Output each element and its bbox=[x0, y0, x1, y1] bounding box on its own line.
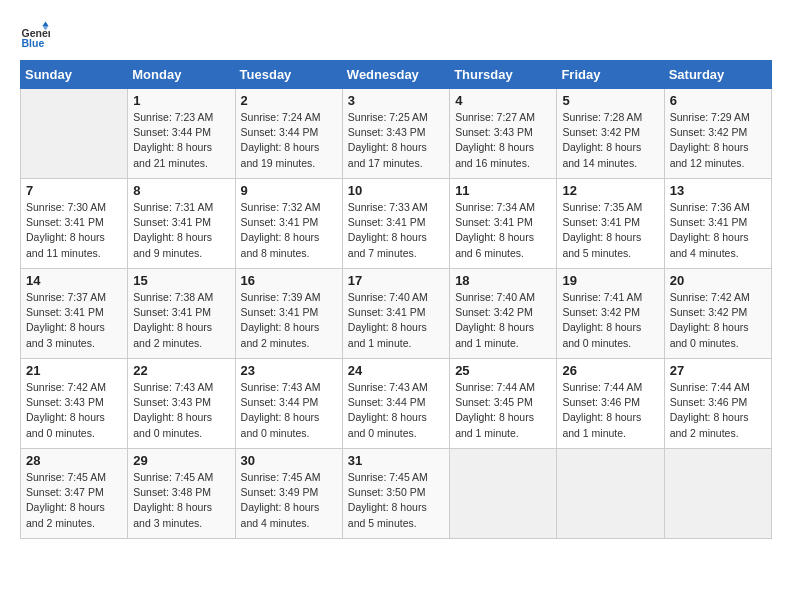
day-info: Sunrise: 7:44 AMSunset: 3:46 PMDaylight:… bbox=[562, 380, 658, 441]
calendar-day-cell: 6Sunrise: 7:29 AMSunset: 3:42 PMDaylight… bbox=[664, 89, 771, 179]
day-number: 12 bbox=[562, 183, 658, 198]
weekday-header: Friday bbox=[557, 61, 664, 89]
day-info: Sunrise: 7:42 AMSunset: 3:42 PMDaylight:… bbox=[670, 290, 766, 351]
day-number: 27 bbox=[670, 363, 766, 378]
day-info: Sunrise: 7:44 AMSunset: 3:45 PMDaylight:… bbox=[455, 380, 551, 441]
calendar-day-cell: 26Sunrise: 7:44 AMSunset: 3:46 PMDayligh… bbox=[557, 359, 664, 449]
day-number: 26 bbox=[562, 363, 658, 378]
day-info: Sunrise: 7:45 AMSunset: 3:50 PMDaylight:… bbox=[348, 470, 444, 531]
calendar-day-cell: 22Sunrise: 7:43 AMSunset: 3:43 PMDayligh… bbox=[128, 359, 235, 449]
calendar-day-cell bbox=[21, 89, 128, 179]
calendar-day-cell: 19Sunrise: 7:41 AMSunset: 3:42 PMDayligh… bbox=[557, 269, 664, 359]
day-info: Sunrise: 7:29 AMSunset: 3:42 PMDaylight:… bbox=[670, 110, 766, 171]
calendar-header-row: SundayMondayTuesdayWednesdayThursdayFrid… bbox=[21, 61, 772, 89]
day-number: 22 bbox=[133, 363, 229, 378]
weekday-header: Monday bbox=[128, 61, 235, 89]
day-info: Sunrise: 7:24 AMSunset: 3:44 PMDaylight:… bbox=[241, 110, 337, 171]
day-info: Sunrise: 7:38 AMSunset: 3:41 PMDaylight:… bbox=[133, 290, 229, 351]
day-info: Sunrise: 7:35 AMSunset: 3:41 PMDaylight:… bbox=[562, 200, 658, 261]
calendar-week-row: 14Sunrise: 7:37 AMSunset: 3:41 PMDayligh… bbox=[21, 269, 772, 359]
day-number: 1 bbox=[133, 93, 229, 108]
calendar-day-cell: 14Sunrise: 7:37 AMSunset: 3:41 PMDayligh… bbox=[21, 269, 128, 359]
calendar-day-cell: 28Sunrise: 7:45 AMSunset: 3:47 PMDayligh… bbox=[21, 449, 128, 539]
calendar-day-cell: 31Sunrise: 7:45 AMSunset: 3:50 PMDayligh… bbox=[342, 449, 449, 539]
day-number: 15 bbox=[133, 273, 229, 288]
calendar-day-cell: 16Sunrise: 7:39 AMSunset: 3:41 PMDayligh… bbox=[235, 269, 342, 359]
day-number: 19 bbox=[562, 273, 658, 288]
day-info: Sunrise: 7:34 AMSunset: 3:41 PMDaylight:… bbox=[455, 200, 551, 261]
calendar-week-row: 1Sunrise: 7:23 AMSunset: 3:44 PMDaylight… bbox=[21, 89, 772, 179]
day-info: Sunrise: 7:45 AMSunset: 3:47 PMDaylight:… bbox=[26, 470, 122, 531]
calendar-day-cell: 5Sunrise: 7:28 AMSunset: 3:42 PMDaylight… bbox=[557, 89, 664, 179]
calendar-day-cell: 23Sunrise: 7:43 AMSunset: 3:44 PMDayligh… bbox=[235, 359, 342, 449]
day-number: 25 bbox=[455, 363, 551, 378]
day-number: 31 bbox=[348, 453, 444, 468]
day-info: Sunrise: 7:33 AMSunset: 3:41 PMDaylight:… bbox=[348, 200, 444, 261]
day-number: 29 bbox=[133, 453, 229, 468]
day-number: 16 bbox=[241, 273, 337, 288]
calendar-day-cell: 18Sunrise: 7:40 AMSunset: 3:42 PMDayligh… bbox=[450, 269, 557, 359]
day-number: 14 bbox=[26, 273, 122, 288]
calendar-body: 1Sunrise: 7:23 AMSunset: 3:44 PMDaylight… bbox=[21, 89, 772, 539]
day-number: 11 bbox=[455, 183, 551, 198]
day-number: 9 bbox=[241, 183, 337, 198]
day-info: Sunrise: 7:42 AMSunset: 3:43 PMDaylight:… bbox=[26, 380, 122, 441]
day-info: Sunrise: 7:30 AMSunset: 3:41 PMDaylight:… bbox=[26, 200, 122, 261]
weekday-header: Wednesday bbox=[342, 61, 449, 89]
calendar-day-cell: 3Sunrise: 7:25 AMSunset: 3:43 PMDaylight… bbox=[342, 89, 449, 179]
calendar-day-cell: 30Sunrise: 7:45 AMSunset: 3:49 PMDayligh… bbox=[235, 449, 342, 539]
day-number: 3 bbox=[348, 93, 444, 108]
day-info: Sunrise: 7:39 AMSunset: 3:41 PMDaylight:… bbox=[241, 290, 337, 351]
day-number: 21 bbox=[26, 363, 122, 378]
logo-icon: General Blue bbox=[20, 20, 50, 50]
day-info: Sunrise: 7:45 AMSunset: 3:48 PMDaylight:… bbox=[133, 470, 229, 531]
day-info: Sunrise: 7:37 AMSunset: 3:41 PMDaylight:… bbox=[26, 290, 122, 351]
calendar-table: SundayMondayTuesdayWednesdayThursdayFrid… bbox=[20, 60, 772, 539]
day-number: 24 bbox=[348, 363, 444, 378]
day-info: Sunrise: 7:44 AMSunset: 3:46 PMDaylight:… bbox=[670, 380, 766, 441]
day-info: Sunrise: 7:28 AMSunset: 3:42 PMDaylight:… bbox=[562, 110, 658, 171]
svg-text:Blue: Blue bbox=[22, 37, 45, 49]
calendar-day-cell: 4Sunrise: 7:27 AMSunset: 3:43 PMDaylight… bbox=[450, 89, 557, 179]
calendar-day-cell: 12Sunrise: 7:35 AMSunset: 3:41 PMDayligh… bbox=[557, 179, 664, 269]
day-info: Sunrise: 7:32 AMSunset: 3:41 PMDaylight:… bbox=[241, 200, 337, 261]
day-number: 17 bbox=[348, 273, 444, 288]
day-number: 13 bbox=[670, 183, 766, 198]
day-info: Sunrise: 7:40 AMSunset: 3:41 PMDaylight:… bbox=[348, 290, 444, 351]
day-info: Sunrise: 7:45 AMSunset: 3:49 PMDaylight:… bbox=[241, 470, 337, 531]
day-number: 10 bbox=[348, 183, 444, 198]
day-number: 2 bbox=[241, 93, 337, 108]
calendar-day-cell bbox=[664, 449, 771, 539]
calendar-day-cell: 25Sunrise: 7:44 AMSunset: 3:45 PMDayligh… bbox=[450, 359, 557, 449]
day-info: Sunrise: 7:23 AMSunset: 3:44 PMDaylight:… bbox=[133, 110, 229, 171]
calendar-day-cell: 1Sunrise: 7:23 AMSunset: 3:44 PMDaylight… bbox=[128, 89, 235, 179]
day-number: 23 bbox=[241, 363, 337, 378]
calendar-week-row: 21Sunrise: 7:42 AMSunset: 3:43 PMDayligh… bbox=[21, 359, 772, 449]
day-number: 28 bbox=[26, 453, 122, 468]
day-number: 4 bbox=[455, 93, 551, 108]
weekday-header: Saturday bbox=[664, 61, 771, 89]
calendar-day-cell bbox=[450, 449, 557, 539]
calendar-day-cell: 17Sunrise: 7:40 AMSunset: 3:41 PMDayligh… bbox=[342, 269, 449, 359]
day-info: Sunrise: 7:36 AMSunset: 3:41 PMDaylight:… bbox=[670, 200, 766, 261]
day-number: 18 bbox=[455, 273, 551, 288]
day-number: 5 bbox=[562, 93, 658, 108]
day-number: 8 bbox=[133, 183, 229, 198]
day-number: 30 bbox=[241, 453, 337, 468]
calendar-day-cell: 10Sunrise: 7:33 AMSunset: 3:41 PMDayligh… bbox=[342, 179, 449, 269]
day-info: Sunrise: 7:31 AMSunset: 3:41 PMDaylight:… bbox=[133, 200, 229, 261]
calendar-day-cell: 7Sunrise: 7:30 AMSunset: 3:41 PMDaylight… bbox=[21, 179, 128, 269]
day-number: 6 bbox=[670, 93, 766, 108]
calendar-day-cell: 27Sunrise: 7:44 AMSunset: 3:46 PMDayligh… bbox=[664, 359, 771, 449]
day-info: Sunrise: 7:27 AMSunset: 3:43 PMDaylight:… bbox=[455, 110, 551, 171]
day-info: Sunrise: 7:43 AMSunset: 3:44 PMDaylight:… bbox=[241, 380, 337, 441]
day-number: 7 bbox=[26, 183, 122, 198]
calendar-day-cell: 9Sunrise: 7:32 AMSunset: 3:41 PMDaylight… bbox=[235, 179, 342, 269]
calendar-day-cell: 13Sunrise: 7:36 AMSunset: 3:41 PMDayligh… bbox=[664, 179, 771, 269]
calendar-day-cell: 2Sunrise: 7:24 AMSunset: 3:44 PMDaylight… bbox=[235, 89, 342, 179]
calendar-day-cell: 20Sunrise: 7:42 AMSunset: 3:42 PMDayligh… bbox=[664, 269, 771, 359]
calendar-day-cell bbox=[557, 449, 664, 539]
svg-marker-2 bbox=[43, 22, 49, 27]
calendar-day-cell: 8Sunrise: 7:31 AMSunset: 3:41 PMDaylight… bbox=[128, 179, 235, 269]
page-header: General Blue bbox=[20, 20, 772, 50]
